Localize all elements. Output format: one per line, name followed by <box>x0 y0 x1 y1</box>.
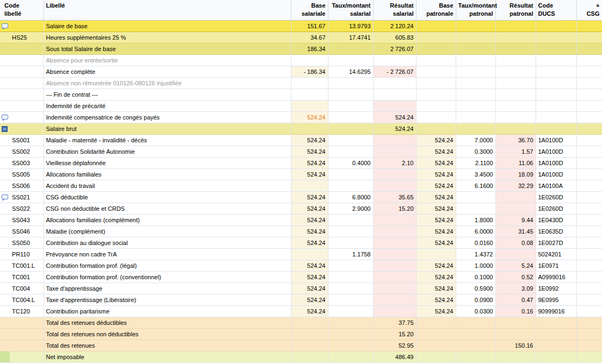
row-gutter[interactable] <box>0 191 10 203</box>
cell-tp[interactable] <box>456 351 495 362</box>
cell-bp[interactable] <box>416 89 456 100</box>
cell-code[interactable] <box>10 20 44 32</box>
cell-ts[interactable] <box>328 340 373 351</box>
cell-rs[interactable] <box>373 214 416 225</box>
table-row[interactable]: SS002Contribution Solidarité Autonomie52… <box>0 146 602 157</box>
cell-csg[interactable] <box>576 351 602 362</box>
cell-tp[interactable]: 3.4500 <box>456 168 495 180</box>
table-row[interactable]: Indemnité compensatrice de congés payés5… <box>0 111 602 123</box>
cell-bs[interactable]: 524.24 <box>291 237 328 248</box>
collapse-icon[interactable] <box>2 126 8 132</box>
cell-ducs[interactable]: 1E0260D <box>536 203 576 214</box>
cell-ducs[interactable] <box>536 20 576 32</box>
cell-ts[interactable] <box>328 43 373 54</box>
cell-rs[interactable] <box>373 305 416 317</box>
cell-csg[interactable] <box>576 32 602 43</box>
cell-bs[interactable]: 524.24 <box>291 191 328 203</box>
cell-ts[interactable] <box>328 111 373 123</box>
row-gutter[interactable] <box>0 123 10 134</box>
table-row[interactable]: Absence complète- 186.3414.6295- 2 726.0… <box>0 66 602 77</box>
cell-tp[interactable] <box>456 317 495 328</box>
cell-rs[interactable] <box>373 237 416 248</box>
cell-tp[interactable] <box>456 191 495 203</box>
table-row[interactable]: TC004.LTaxe d'apprentissage (Libératoire… <box>0 294 602 305</box>
cell-ts[interactable] <box>328 294 373 305</box>
cell-bp[interactable]: 524.24 <box>416 168 456 180</box>
cell-csg[interactable] <box>576 340 602 351</box>
cell-code[interactable] <box>10 351 44 362</box>
cell-csg[interactable] <box>576 271 602 283</box>
cell-bp[interactable] <box>416 317 456 328</box>
cell-ducs[interactable] <box>536 66 576 77</box>
cell-bs[interactable] <box>291 54 328 66</box>
cell-rp[interactable] <box>495 191 536 203</box>
cell-ts[interactable] <box>328 271 373 283</box>
cell-bs[interactable]: 151.67 <box>291 20 328 32</box>
cell-rp[interactable]: 9.44 <box>495 214 536 225</box>
cell-tp[interactable]: 1.0000 <box>456 260 495 271</box>
cell-bp[interactable]: 524.24 <box>416 214 456 225</box>
cell-ducs[interactable]: 1A0100D <box>536 168 576 180</box>
cell-rs[interactable] <box>373 248 416 260</box>
cell-bs[interactable] <box>291 123 328 134</box>
cell-csg[interactable] <box>576 134 602 146</box>
cell-tp[interactable]: 1.8000 <box>456 214 495 225</box>
table-row[interactable]: Net imposable486.49 <box>0 351 602 362</box>
cell-rp[interactable] <box>495 32 536 43</box>
cell-rs[interactable] <box>373 271 416 283</box>
cell-tp[interactable]: 6.0000 <box>456 225 495 237</box>
cell-code[interactable]: SS006 <box>10 180 44 191</box>
cell-rs[interactable]: 2 120.24 <box>373 20 416 32</box>
cell-rs[interactable] <box>373 134 416 146</box>
cell-bs[interactable]: 524.24 <box>291 203 328 214</box>
cell-rs[interactable] <box>373 89 416 100</box>
cell-rp[interactable] <box>495 111 536 123</box>
cell-rp[interactable]: 18.09 <box>495 168 536 180</box>
cell-code[interactable]: SS001 <box>10 134 44 146</box>
cell-ts[interactable]: 1.1758 <box>328 248 373 260</box>
cell-tp[interactable] <box>456 66 495 77</box>
cell-rp[interactable]: 150.16 <box>495 340 536 351</box>
cell-csg[interactable] <box>576 214 602 225</box>
cell-code[interactable]: TC001 <box>10 271 44 283</box>
cell-libelle[interactable]: Maladie - maternité - invalidité - décès <box>44 134 291 146</box>
cell-bs[interactable]: 524.24 <box>291 111 328 123</box>
cell-code[interactable] <box>10 66 44 77</box>
cell-csg[interactable] <box>576 260 602 271</box>
cell-csg[interactable] <box>576 237 602 248</box>
cell-tp[interactable] <box>456 123 495 134</box>
cell-libelle[interactable]: --- Fin de contrat --- <box>44 89 291 100</box>
cell-tp[interactable]: 0.1000 <box>456 271 495 283</box>
table-row[interactable]: HS25Heures supplémentaires 25 %34.6717.4… <box>0 32 602 43</box>
cell-ts[interactable] <box>328 225 373 237</box>
cell-bp[interactable]: 524.24 <box>416 237 456 248</box>
cell-bp[interactable]: 524.24 <box>416 203 456 214</box>
cell-libelle[interactable]: Contribution au dialogue social <box>44 237 291 248</box>
cell-bs[interactable]: 524.24 <box>291 260 328 271</box>
cell-bs[interactable] <box>291 89 328 100</box>
cell-bs[interactable] <box>291 328 328 340</box>
cell-ts[interactable] <box>328 89 373 100</box>
cell-ducs[interactable]: 5024201 <box>536 248 576 260</box>
cell-csg[interactable] <box>576 77 602 89</box>
cell-ts[interactable] <box>328 237 373 248</box>
table-row[interactable]: SS003Vieillesse déplafonnée524.240.40002… <box>0 157 602 168</box>
cell-ts[interactable] <box>328 328 373 340</box>
cell-rs[interactable]: 2 726.07 <box>373 43 416 54</box>
cell-bp[interactable] <box>416 77 456 89</box>
cell-rp[interactable]: 0.47 <box>495 294 536 305</box>
cell-tp[interactable] <box>456 54 495 66</box>
table-row[interactable]: SS006Accident du travail524.246.160032.2… <box>0 180 602 191</box>
cell-rp[interactable]: 0.08 <box>495 237 536 248</box>
cell-code[interactable] <box>10 328 44 340</box>
cell-bp[interactable]: 524.24 <box>416 283 456 294</box>
cell-libelle[interactable]: Contribution formation prof. (convention… <box>44 271 291 283</box>
cell-bs[interactable]: 524.24 <box>291 157 328 168</box>
cell-csg[interactable] <box>576 20 602 32</box>
cell-csg[interactable] <box>576 248 602 260</box>
cell-libelle[interactable]: Salaire brut <box>44 123 291 134</box>
cell-csg[interactable] <box>576 180 602 191</box>
cell-bs[interactable]: 524.24 <box>291 294 328 305</box>
cell-tp[interactable]: 0.0160 <box>456 237 495 248</box>
cell-bp[interactable] <box>416 32 456 43</box>
